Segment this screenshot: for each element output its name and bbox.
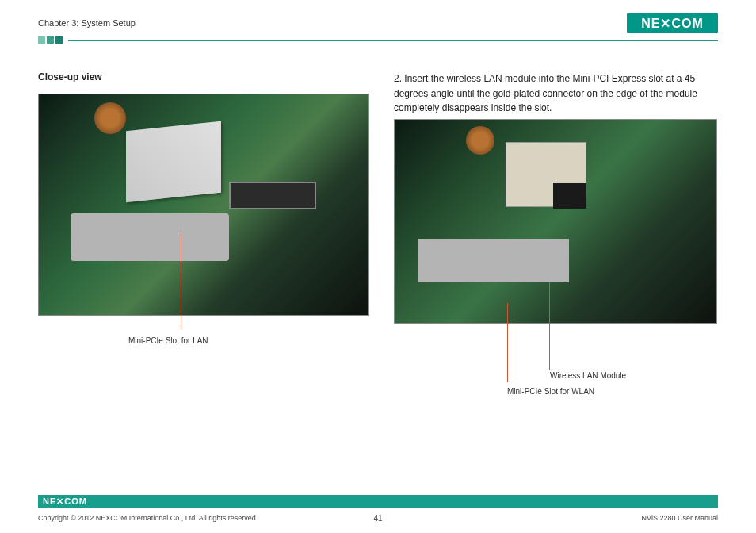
- coil-icon: [466, 126, 494, 155]
- brand-logo-top: NE✕COM: [627, 13, 718, 33]
- callout-line: [549, 282, 550, 370]
- left-column: Close-up view: [38, 71, 370, 324]
- square-icon: [38, 36, 45, 44]
- chip-icon: [553, 183, 586, 209]
- step-number: 2.: [394, 73, 402, 84]
- closeup-heading: Close-up view: [38, 71, 370, 82]
- footer-bar: NE✕COM: [38, 495, 718, 508]
- content-area: Close-up view 2. Insert the wireless LAN…: [38, 71, 718, 324]
- square-icon: [55, 36, 63, 44]
- square-icon: [47, 36, 54, 44]
- brand-logo-bottom: NE✕COM: [38, 497, 87, 507]
- connector-icon: [229, 182, 316, 209]
- closeup-photo: [38, 94, 369, 316]
- page-number: 41: [38, 514, 718, 523]
- caption-mini-pcie-wlan: Mini-PCIe Slot for WLAN: [507, 387, 594, 396]
- callout-line: [507, 303, 508, 382]
- install-photo: [394, 119, 717, 324]
- chapter-title: Chapter 3: System Setup: [38, 18, 136, 28]
- caption-wlan-module: Wireless LAN Module: [550, 371, 626, 380]
- brand-logo-text: NE✕COM: [641, 16, 704, 31]
- callout-line: [181, 234, 181, 329]
- manual-page: Chapter 3: System Setup NE✕COM Close-up …: [0, 0, 756, 533]
- decorative-squares: [38, 36, 63, 44]
- step-instruction: 2. Insert the wireless LAN module into t…: [394, 71, 718, 116]
- right-column: 2. Insert the wireless LAN module into t…: [394, 71, 718, 324]
- coil-icon: [94, 102, 126, 134]
- header: Chapter 3: System Setup NE✕COM: [38, 12, 718, 34]
- step-body: Insert the wireless LAN module into the …: [394, 73, 697, 113]
- caption-mini-pcie-lan: Mini-PCIe Slot for LAN: [128, 336, 208, 345]
- footer: Copyright © 2012 NEXCOM International Co…: [38, 514, 718, 522]
- header-rule: [68, 40, 718, 41]
